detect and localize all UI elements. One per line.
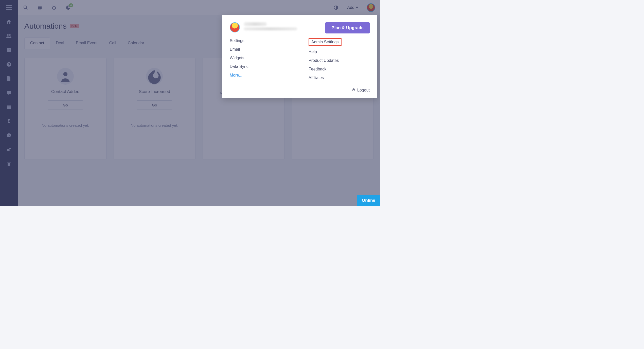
- menu-feedback[interactable]: Feedback: [309, 66, 370, 72]
- menu-email[interactable]: Email: [230, 47, 291, 52]
- menu-more-[interactable]: More...: [230, 72, 291, 78]
- avatar-large: [230, 22, 240, 32]
- menu-product-updates[interactable]: Product Updates: [309, 58, 370, 63]
- plan-upgrade-button[interactable]: Plan & Upgrade: [325, 22, 370, 33]
- menu-help[interactable]: Help: [309, 49, 370, 55]
- user-info: [244, 22, 321, 30]
- panel-links-left: SettingsEmailWidgetsData SyncMore...: [230, 38, 291, 81]
- user-email-redacted: [244, 27, 297, 30]
- menu-admin-settings[interactable]: Admin Settings: [309, 38, 342, 46]
- panel-links-right: Admin SettingsHelpProduct UpdatesFeedbac…: [309, 38, 370, 81]
- logout-label: Logout: [357, 88, 370, 93]
- user-menu-panel: Plan & Upgrade SettingsEmailWidgetsData …: [222, 15, 377, 98]
- menu-widgets[interactable]: Widgets: [230, 55, 291, 61]
- menu-affiliates[interactable]: Affiliates: [309, 75, 370, 81]
- logout-button[interactable]: Logout: [230, 88, 370, 93]
- user-name-redacted: [244, 22, 267, 26]
- lock-icon: [352, 88, 356, 93]
- menu-data-sync[interactable]: Data Sync: [230, 64, 291, 69]
- online-chat-button[interactable]: Online: [357, 195, 380, 206]
- menu-settings[interactable]: Settings: [230, 38, 291, 44]
- svg-rect-24: [353, 89, 355, 91]
